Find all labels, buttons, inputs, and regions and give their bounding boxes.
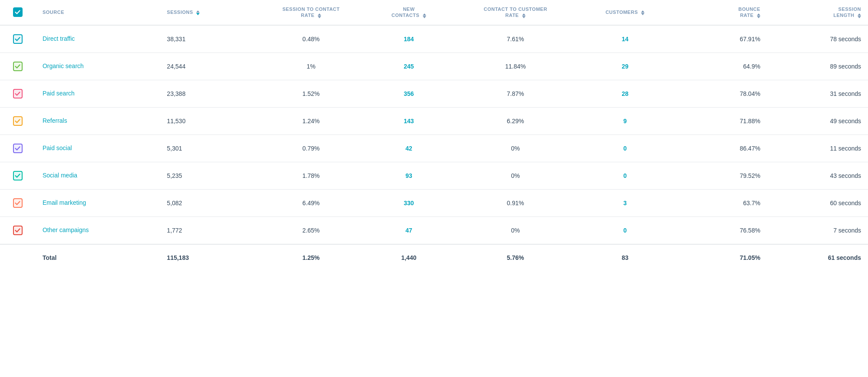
row-checkbox-cell — [0, 107, 36, 134]
source-link[interactable]: Email marketing — [43, 199, 86, 206]
row-customers: 28 — [575, 80, 675, 107]
header-sessions[interactable]: SESSIONS — [160, 0, 261, 25]
table-row: Social media5,2351.78%930%079.52%43 seco… — [0, 162, 868, 189]
row-session-contact-rate: 1.78% — [261, 162, 362, 189]
source-link[interactable]: Social media — [43, 172, 77, 179]
row-bounce-rate: 67.91% — [675, 25, 767, 53]
row-sessions: 5,301 — [160, 134, 261, 162]
source-link[interactable]: Direct traffic — [43, 35, 75, 42]
header-source[interactable]: SOURCE — [36, 0, 160, 25]
table-row: Referrals11,5301.24%1436.29%971.88%49 se… — [0, 107, 868, 134]
totals-contact-customer-rate: 5.76% — [456, 244, 575, 271]
row-bounce-rate: 86.47% — [675, 134, 767, 162]
row-checkbox-cell — [0, 189, 36, 216]
table-row: Direct traffic38,3310.48%1847.61%1467.91… — [0, 25, 868, 53]
row-checkbox[interactable] — [13, 171, 23, 180]
row-new-contacts: 42 — [362, 134, 456, 162]
row-session-length: 11 seconds — [767, 134, 868, 162]
row-source: Direct traffic — [36, 25, 160, 53]
totals-session-contact-rate: 1.25% — [261, 244, 362, 271]
header-session-contact-rate[interactable]: SESSION TO CONTACTRATE — [261, 0, 362, 25]
row-source: Other campaigns — [36, 216, 160, 244]
row-customers: 0 — [575, 216, 675, 244]
row-checkbox[interactable] — [13, 116, 23, 126]
session-contact-sort-icon — [318, 13, 321, 18]
row-source: Referrals — [36, 107, 160, 134]
source-link[interactable]: Organic search — [43, 62, 84, 69]
row-session-length: 89 seconds — [767, 52, 868, 80]
table-row: Other campaigns1,7722.65%470%076.58%7 se… — [0, 216, 868, 244]
table-row: Organic search24,5441%24511.84%2964.9%89… — [0, 52, 868, 80]
table-row: Paid social5,3010.79%420%086.47%11 secon… — [0, 134, 868, 162]
sessions-sort-icon — [196, 10, 200, 15]
customers-sort-icon — [641, 10, 644, 15]
row-new-contacts: 47 — [362, 216, 456, 244]
row-session-length: 31 seconds — [767, 80, 868, 107]
header-contact-customer-rate[interactable]: CONTACT TO CUSTOMERRATE — [456, 0, 575, 25]
row-source: Organic search — [36, 52, 160, 80]
header-session-length[interactable]: SESSIONLENGTH — [767, 0, 868, 25]
row-source: Paid social — [36, 134, 160, 162]
totals-checkbox-cell — [0, 244, 36, 271]
bounce-sort-icon — [757, 13, 760, 18]
row-session-contact-rate: 6.49% — [261, 189, 362, 216]
session-length-sort-icon — [858, 13, 861, 18]
row-bounce-rate: 64.9% — [675, 52, 767, 80]
select-all-checkbox[interactable] — [13, 7, 23, 17]
row-sessions: 11,530 — [160, 107, 261, 134]
row-customers: 0 — [575, 134, 675, 162]
analytics-table: SOURCE SESSIONS SESSION TO CONTACTRATE — [0, 0, 868, 271]
row-checkbox[interactable] — [13, 62, 23, 71]
row-checkbox[interactable] — [13, 89, 23, 98]
row-customers: 9 — [575, 107, 675, 134]
row-bounce-rate: 79.52% — [675, 162, 767, 189]
row-contact-customer-rate: 0.91% — [456, 189, 575, 216]
row-new-contacts: 93 — [362, 162, 456, 189]
row-sessions: 24,544 — [160, 52, 261, 80]
row-session-contact-rate: 2.65% — [261, 216, 362, 244]
row-checkbox-cell — [0, 216, 36, 244]
row-customers: 3 — [575, 189, 675, 216]
row-checkbox[interactable] — [13, 144, 23, 153]
source-link[interactable]: Other campaigns — [43, 226, 89, 233]
row-bounce-rate: 71.88% — [675, 107, 767, 134]
row-session-contact-rate: 0.48% — [261, 25, 362, 53]
source-link[interactable]: Paid social — [43, 144, 72, 151]
row-checkbox-cell — [0, 80, 36, 107]
row-contact-customer-rate: 11.84% — [456, 52, 575, 80]
row-new-contacts: 356 — [362, 80, 456, 107]
row-session-length: 49 seconds — [767, 107, 868, 134]
row-new-contacts: 330 — [362, 189, 456, 216]
header-checkbox-cell — [0, 0, 36, 25]
row-sessions: 23,388 — [160, 80, 261, 107]
row-checkbox-cell — [0, 52, 36, 80]
row-customers: 0 — [575, 162, 675, 189]
row-sessions: 5,235 — [160, 162, 261, 189]
totals-bounce-rate: 71.05% — [675, 244, 767, 271]
row-contact-customer-rate: 7.87% — [456, 80, 575, 107]
row-contact-customer-rate: 6.29% — [456, 107, 575, 134]
source-link[interactable]: Paid search — [43, 90, 75, 97]
row-checkbox-cell — [0, 162, 36, 189]
row-customers: 29 — [575, 52, 675, 80]
totals-label: Total — [36, 244, 160, 271]
row-checkbox[interactable] — [13, 198, 23, 208]
row-bounce-rate: 63.7% — [675, 189, 767, 216]
row-customers: 14 — [575, 25, 675, 53]
totals-session-length: 61 seconds — [767, 244, 868, 271]
row-new-contacts: 245 — [362, 52, 456, 80]
table-row: Email marketing5,0826.49%3300.91%363.7%6… — [0, 189, 868, 216]
header-customers[interactable]: CUSTOMERS — [575, 0, 675, 25]
row-checkbox-cell — [0, 134, 36, 162]
header-bounce-rate[interactable]: BOUNCERATE — [675, 0, 767, 25]
row-bounce-rate: 76.58% — [675, 216, 767, 244]
totals-new-contacts: 1,440 — [362, 244, 456, 271]
row-session-contact-rate: 1.52% — [261, 80, 362, 107]
row-session-length: 78 seconds — [767, 25, 868, 53]
source-link[interactable]: Referrals — [43, 117, 67, 124]
row-checkbox[interactable] — [13, 34, 23, 44]
row-new-contacts: 184 — [362, 25, 456, 53]
row-session-length: 43 seconds — [767, 162, 868, 189]
header-new-contacts[interactable]: NEWCONTACTS — [362, 0, 456, 25]
row-checkbox[interactable] — [13, 226, 23, 235]
